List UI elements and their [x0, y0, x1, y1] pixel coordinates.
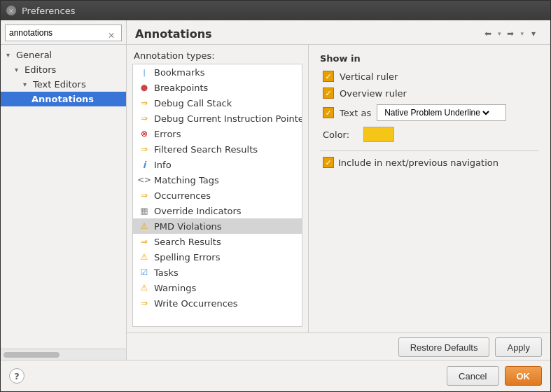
list-item[interactable]: ⇒ Occurrences [133, 188, 302, 203]
expand-icon: ▾ [15, 66, 22, 74]
error-icon: ⊗ [139, 128, 150, 139]
bottom-left: ? [9, 368, 25, 384]
apply-button[interactable]: Apply [495, 337, 542, 357]
panel-title: Annotations [135, 27, 212, 41]
nav-next-button[interactable]: ➡ [502, 26, 519, 41]
breakpoint-icon: ● [139, 82, 150, 93]
ok-button[interactable]: OK [505, 366, 543, 386]
task-icon: ☑ [139, 267, 150, 278]
list-item[interactable]: ☑ Tasks [133, 265, 302, 280]
nav-next-chevron[interactable]: ▾ [520, 30, 524, 37]
list-item[interactable]: ⊗ Errors [133, 126, 302, 141]
scrollbar-thumb[interactable] [4, 352, 60, 358]
overview-ruler-label: Overview ruler [340, 88, 407, 99]
left-panel: ✕ ▾ General ▾ Editors ▾ Text Editors Ann… [1, 20, 127, 360]
nav-row: Include in next/previous navigation [320, 157, 539, 168]
menu-button[interactable]: ▾ [525, 26, 542, 41]
right-panel: Annotations ⬅ ▾ ➡ ▾ ▾ Annotation types: [127, 20, 550, 360]
text-as-row: Text as Native Problem Underline Problem… [320, 104, 539, 121]
color-row: Color: [320, 127, 539, 142]
list-item[interactable]: ⚠ Warnings [133, 280, 302, 295]
bookmark-icon: | [139, 66, 150, 78]
expand-icon: ▾ [6, 51, 13, 59]
text-as-checkbox[interactable] [323, 107, 334, 118]
list-item[interactable]: ⇒ Debug Current Instruction Pointer [133, 111, 302, 126]
matching-icon: <> [139, 174, 150, 186]
list-item[interactable]: ▦ Override Indicators [133, 203, 302, 218]
overview-ruler-row: Overview ruler [320, 88, 539, 99]
search-input[interactable] [5, 24, 122, 41]
debug-icon: ⇒ [139, 97, 150, 108]
text-as-select[interactable]: Native Problem Underline Problem Underli… [382, 107, 491, 118]
list-item[interactable]: ⚠ Spelling Errors [133, 249, 302, 265]
nav-prev-chevron[interactable]: ▾ [498, 30, 501, 37]
cancel-button[interactable]: Cancel [447, 366, 498, 386]
list-item[interactable]: ⇒ Debug Call Stack [133, 95, 302, 111]
debug-pointer-icon: ⇒ [139, 113, 150, 124]
sidebar-item-annotations[interactable]: Annotations [1, 92, 126, 106]
restore-apply-bar: Restore Defaults Apply [127, 332, 550, 360]
show-in-label: Show in [320, 53, 539, 64]
horizontal-scrollbar[interactable] [1, 349, 126, 360]
window-title: Preferences [22, 6, 75, 16]
annotation-list-container: Annotation types: | Bookmarks ● Breakpoi… [127, 45, 309, 332]
list-item[interactable]: ● Breakpoints [133, 80, 302, 95]
annotation-types-list: | Bookmarks ● Breakpoints ⇒ Debug Call S… [132, 64, 302, 327]
list-item[interactable]: <> Matching Tags [133, 172, 302, 188]
list-item[interactable]: i Info [133, 157, 302, 172]
sidebar-item-text-editors[interactable]: ▾ Text Editors [1, 77, 126, 92]
bottom-right: Cancel OK [447, 366, 542, 386]
write-icon: ⇒ [139, 298, 150, 309]
filtered-icon: ⇒ [139, 144, 150, 155]
annotation-types-label: Annotation types: [127, 45, 308, 64]
pmd-icon: ⚠ [139, 220, 150, 232]
occurrence-icon: ⇒ [139, 190, 150, 201]
list-item[interactable]: ⇒ Search Results [133, 234, 302, 249]
main-content: ✕ ▾ General ▾ Editors ▾ Text Editors Ann… [1, 20, 550, 360]
list-item[interactable]: ⇒ Filtered Search Results [133, 141, 302, 157]
search-result-icon: ⇒ [139, 236, 150, 247]
search-clear-button[interactable]: ✕ [108, 31, 115, 41]
vertical-ruler-label: Vertical ruler [340, 71, 398, 82]
preferences-window: × Preferences ✕ ▾ General ▾ Editors [0, 0, 551, 392]
overview-ruler-checkbox[interactable] [323, 88, 334, 99]
vertical-ruler-row: Vertical ruler [320, 71, 539, 82]
text-as-dropdown[interactable]: Native Problem Underline Problem Underli… [377, 104, 506, 121]
restore-defaults-button[interactable]: Restore Defaults [398, 337, 490, 357]
list-item[interactable]: | Bookmarks [133, 64, 302, 80]
help-button[interactable]: ? [9, 368, 25, 384]
expand-icon: ▾ [23, 80, 30, 88]
nav-prev-button[interactable]: ⬅ [480, 26, 496, 41]
nav-checkbox[interactable] [323, 157, 334, 168]
list-item[interactable]: ⇒ Write Occurrences [133, 295, 302, 311]
sidebar-item-general[interactable]: ▾ General [1, 48, 126, 62]
divider [320, 150, 539, 151]
toolbar-icons: ⬅ ▾ ➡ ▾ ▾ [480, 26, 542, 41]
warning-icon: ⚠ [139, 282, 150, 293]
override-icon: ▦ [139, 205, 150, 216]
bottom-bar: ? Cancel OK [1, 360, 550, 391]
close-button[interactable]: × [6, 6, 16, 15]
nav-label: Include in next/previous navigation [338, 158, 498, 168]
right-body: Annotation types: | Bookmarks ● Breakpoi… [127, 45, 550, 332]
search-container: ✕ [1, 20, 126, 45]
color-swatch[interactable] [363, 127, 394, 142]
settings-panel: Show in Vertical ruler Overview ruler [309, 45, 550, 332]
tree-navigation: ▾ General ▾ Editors ▾ Text Editors Annot… [1, 45, 126, 349]
search-wrapper: ✕ [5, 24, 122, 41]
list-item[interactable]: ⚠ PMD Violations [133, 218, 302, 234]
sidebar-item-editors[interactable]: ▾ Editors [1, 62, 126, 77]
color-label: Color: [323, 130, 358, 140]
panel-header: Annotations ⬅ ▾ ➡ ▾ ▾ [127, 20, 550, 45]
bottom-full: ? Cancel OK [9, 366, 542, 386]
text-as-label: Text as [340, 108, 371, 118]
vertical-ruler-checkbox[interactable] [323, 71, 334, 82]
titlebar: × Preferences [1, 1, 550, 20]
info-icon: i [139, 159, 150, 170]
spelling-icon: ⚠ [139, 251, 150, 262]
